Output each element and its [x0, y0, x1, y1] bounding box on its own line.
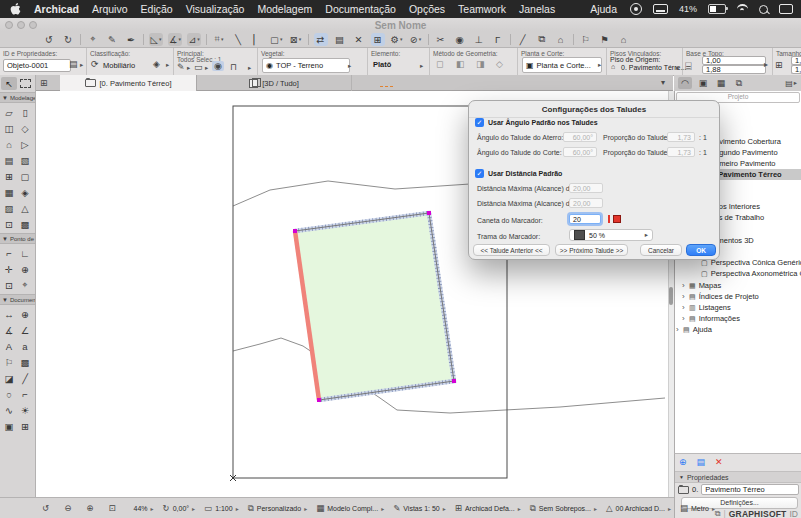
add-viewpoint-icon[interactable]: ⊕ — [679, 457, 687, 467]
pen-stroke-icon[interactable]: ▏ — [250, 33, 264, 46]
zoom-level[interactable]: 44% ▸ — [131, 505, 154, 512]
output-preview[interactable]: ▤ Metro ▸ — [680, 503, 715, 513]
lock-icon[interactable]: ⊠ — [289, 33, 303, 46]
menu-visualizacao[interactable]: Visualização — [186, 3, 245, 15]
documentation-tool-icon[interactable]: ∠ — [17, 322, 33, 338]
viewpoint-tool-icon[interactable]: ✛ — [1, 261, 17, 277]
menu-modelagem[interactable]: Modelagem — [257, 3, 312, 15]
figure-icon[interactable]: ⧉ — [535, 33, 549, 46]
tab-overview-icon[interactable]: ⊞ — [40, 78, 48, 88]
screen-record-icon[interactable] — [630, 3, 642, 15]
menu-teamwork[interactable]: Teamwork — [458, 3, 506, 15]
navigator-menu-icon[interactable]: ▤▸ — [785, 79, 797, 88]
use-default-angle-checkbox[interactable]: ✓ — [475, 118, 484, 127]
viewpoint-tool-icon[interactable]: ⊕ — [17, 261, 33, 277]
menu-archicad[interactable]: Archicad — [34, 3, 79, 15]
cancel-button[interactable]: Cancelar — [640, 244, 682, 256]
split-icon[interactable]: ⊥ — [472, 33, 486, 46]
marker-pen-input[interactable]: 20 — [569, 214, 601, 224]
documentation-tool-icon[interactable]: ╱ — [17, 370, 33, 386]
modeling-tool-icon[interactable]: ▦ — [1, 184, 17, 200]
marquee-tool[interactable] — [18, 77, 33, 90]
contour-line-upper[interactable] — [233, 181, 470, 206]
zoom-back-icon[interactable]: ↺ — [42, 503, 55, 513]
snap-grid-icon[interactable]: ⊞ — [371, 33, 385, 46]
zoom-fit-icon[interactable]: ⊡ — [108, 503, 121, 513]
layer-chevron-icon[interactable]: ▸ — [348, 62, 351, 70]
dimension-units-icon[interactable]: ▤ — [333, 33, 347, 46]
documentation-tool-icon[interactable]: ▣ — [1, 418, 17, 434]
size-x-input[interactable]: 1, — [791, 56, 801, 65]
modeling-tool-icon[interactable]: ▷ — [17, 136, 33, 152]
pen-color-swatch[interactable] — [613, 215, 621, 223]
documentation-tool-icon[interactable]: ⚐ — [1, 354, 17, 370]
documentation-tool-icon[interactable]: ∡ — [1, 322, 17, 338]
pen-option-chevron-icon[interactable]: ▸ — [187, 64, 190, 72]
flag-filled-icon[interactable]: ⚑ — [598, 33, 612, 46]
modeling-tool-icon[interactable]: ⊞ — [1, 168, 17, 184]
menu-ajuda[interactable]: Ajuda — [590, 3, 617, 15]
selection-mode-icon[interactable]: ◺ — [149, 33, 163, 46]
documentation-tool-icon[interactable]: a — [17, 338, 33, 354]
project-map-icon[interactable]: ◠ — [678, 77, 692, 89]
zoom-in-icon[interactable]: ⊕ — [86, 503, 99, 513]
element-chevron-icon[interactable]: ▸ — [420, 62, 423, 70]
modeling-tool-icon[interactable]: ◫ — [1, 120, 17, 136]
modeling-tool-icon[interactable]: ▧ — [17, 152, 33, 168]
base-top-chevron-icon[interactable]: ▸ — [764, 60, 768, 69]
next-slope-button[interactable]: >> Próximo Talude >> — [555, 244, 628, 256]
eyedropper-icon[interactable]: ✎ — [105, 33, 119, 46]
snap-profile-icon[interactable]: ⊿ — [187, 33, 201, 46]
documentation-tool-icon[interactable]: ☀ — [17, 402, 33, 418]
fill-ratio-field[interactable]: 1,73 — [667, 132, 695, 142]
geometry-method-4-icon[interactable]: ◇ — [496, 59, 503, 69]
trim-icon[interactable]: ✂ — [434, 33, 448, 46]
layer-option-icon[interactable]: ▭ — [194, 62, 203, 72]
drag-mode-icon[interactable]: ⇄ — [314, 33, 328, 46]
documentation-tool-icon[interactable]: ↔ — [1, 306, 17, 322]
view-map-icon[interactable]: ▣ — [696, 77, 710, 89]
documentation-tool-icon[interactable]: A — [1, 338, 17, 354]
pickup-parameters-icon[interactable]: ⌖ — [86, 33, 100, 46]
principal-chevron-icon[interactable]: ▸ — [248, 64, 251, 72]
keyboard-icon[interactable] — [653, 4, 668, 14]
scale[interactable]: ▭ 1:100 ▸ — [204, 503, 239, 513]
tree-item[interactable]: ▢ Perspectiva Axonométrica Genérica — [674, 268, 801, 279]
toolbox-section-documentacao[interactable]: ▼Documentaç — [0, 294, 35, 305]
menu-janelas[interactable]: Janelas — [519, 3, 555, 15]
tree-item[interactable]: › ▤ Índices de Projeto — [674, 291, 801, 302]
expander-icon[interactable]: › — [682, 292, 686, 301]
flag-outline-icon[interactable]: ⚐ — [579, 33, 593, 46]
geometry-method-1-icon[interactable]: ◻ — [436, 59, 443, 69]
classification-globe-icon[interactable]: ◈ — [153, 59, 160, 69]
documentation-tool-icon[interactable]: ⊞ — [17, 418, 33, 434]
modeling-tool-icon[interactable]: ⌂ — [1, 136, 17, 152]
fillet-icon[interactable]: ╱ — [516, 33, 530, 46]
fill-angle-field[interactable]: 60,00° — [563, 132, 597, 142]
modeling-tool-icon[interactable]: ▱ — [1, 104, 17, 120]
top-offset-input[interactable]: 1,00 — [702, 56, 766, 65]
size-y-input[interactable]: 1, — [791, 65, 801, 74]
classification-value[interactable]: Mobiliário — [103, 61, 135, 70]
properties-header[interactable]: ▼ Propriedades — [675, 471, 801, 483]
object-icon[interactable]: ⊓ — [230, 62, 237, 72]
toolbox-section-modelagem[interactable]: ▼Modelagem — [0, 92, 35, 103]
menu-opcoes[interactable]: Opções — [409, 3, 445, 15]
cut-ratio-field[interactable]: 1,73 — [667, 147, 695, 157]
cut-distance-field[interactable]: 20,00 — [569, 198, 603, 208]
layer-combination[interactable]: ⧉ Personalizado ▸ — [248, 503, 307, 514]
documentation-tool-icon[interactable]: ⊕ — [17, 306, 33, 322]
classification-chevron-icon[interactable]: ▸ — [166, 61, 169, 69]
home-view-icon[interactable]: ⌂ — [617, 33, 631, 46]
spotlight-icon[interactable] — [759, 5, 768, 14]
graphic-overrides[interactable]: ⧉ Sem Sobrepos... ▸ — [530, 503, 597, 514]
toolbox-section-viewpoint[interactable]: ▼Ponto de Vis — [0, 233, 35, 244]
layout-book-icon[interactable]: ▦ — [714, 77, 728, 89]
home-story-icon[interactable]: ⌂ — [554, 33, 568, 46]
floorplan-field[interactable]: ▣ Planta e Corte... — [522, 57, 602, 73]
modeling-tool-icon[interactable]: ▨ — [1, 200, 17, 216]
tree-item[interactable]: › ▤ Informações — [674, 313, 801, 324]
corner-icon[interactable]: Γ — [491, 33, 505, 46]
publisher-icon[interactable]: ⧉ — [732, 77, 746, 89]
id-chevron-icon[interactable]: ▸ — [80, 61, 83, 69]
